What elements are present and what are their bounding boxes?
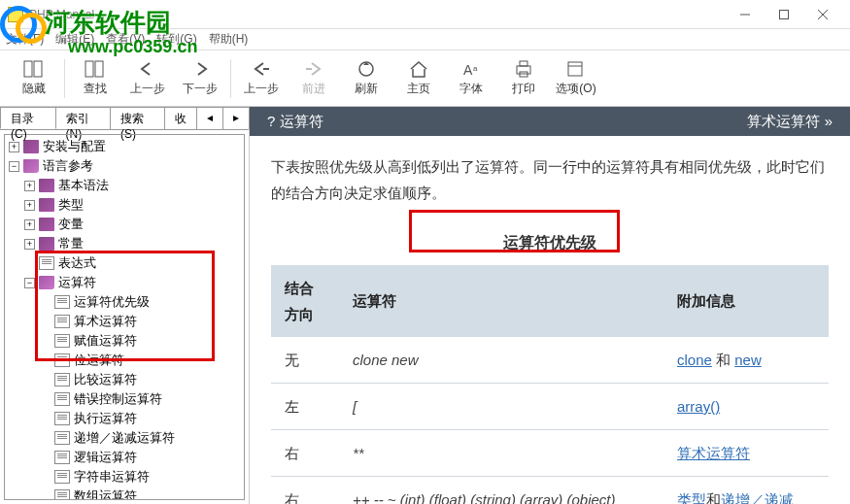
tree-item-incdec[interactable]: 递增／递减运算符 <box>7 428 242 448</box>
menu-view[interactable]: 查看(V) <box>106 31 145 48</box>
sidebar-tabs: 目录(C) 索引(N) 搜索(S) 收 ◂ ▸ <box>0 107 249 130</box>
tree-item-string[interactable]: 字符串运算符 <box>7 467 242 487</box>
tree-item-array-op[interactable]: 数组运算符 <box>7 487 242 500</box>
precedence-table: 结合方向 运算符 附加信息 无clone newclone 和 new左[arr… <box>271 265 829 504</box>
svg-text:A: A <box>463 62 473 78</box>
page-icon <box>54 489 70 500</box>
sidebar: 目录(C) 索引(N) 搜索(S) 收 ◂ ▸ +安装与配置 −语言参考 +基本… <box>0 107 250 504</box>
nav-tree[interactable]: +安装与配置 −语言参考 +基本语法 +类型 +变量 +常量 表达式 −运算符 … <box>4 134 245 500</box>
svg-rect-4 <box>24 61 32 77</box>
watermark-logo <box>0 3 49 51</box>
menubar: 文件(F) 编辑(E) 查看(V) 转到(G) 帮助(H) <box>0 29 850 50</box>
tab-search[interactable]: 搜索(S) <box>110 107 165 129</box>
content-body[interactable]: 下表按照优先级从高到低列出了运算符。同一行中的运算符具有相同优先级，此时它们的结… <box>250 136 850 504</box>
page-icon <box>54 451 70 464</box>
tree-item-assignment[interactable]: 赋值运算符 <box>7 331 242 351</box>
book-closed-icon <box>39 179 54 192</box>
tab-contents[interactable]: 目录(C) <box>0 107 56 129</box>
tree-item-constants[interactable]: +常量 <box>7 234 242 253</box>
titlebar: PHP Manual <box>0 0 850 29</box>
svg-rect-7 <box>95 61 103 77</box>
tree-item-arithmetic[interactable]: 算术运算符 <box>7 312 242 331</box>
info-link[interactable]: 递增／递减 <box>721 491 794 504</box>
tree-item-comparison[interactable]: 比较运算符 <box>7 370 242 389</box>
tree-item-logical[interactable]: 逻辑运算符 <box>7 448 242 467</box>
tree-item-variables[interactable]: +变量 <box>7 215 242 234</box>
svg-rect-12 <box>520 61 527 66</box>
content-pane: ? 运算符 算术运算符 » 下表按照优先级从高到低列出了运算符。同一行中的运算符… <box>250 107 850 504</box>
page-icon <box>54 295 70 309</box>
cell-assoc: 右 <box>271 429 339 476</box>
tree-item-precedence[interactable]: 运算符优先级 <box>7 292 242 312</box>
page-icon <box>54 334 70 348</box>
menu-goto[interactable]: 转到(G) <box>156 31 196 48</box>
hide-button[interactable]: 隐藏 <box>8 53 60 104</box>
options-button[interactable]: 选项(O) <box>550 53 602 104</box>
svg-rect-11 <box>517 66 530 74</box>
book-open-icon <box>23 159 39 173</box>
page-icon <box>54 392 70 406</box>
cell-assoc: 无 <box>271 337 339 384</box>
th-operator: 运算符 <box>339 265 663 337</box>
info-link[interactable]: 类型 <box>677 491 706 504</box>
forward2-button: 前进 <box>288 53 340 104</box>
menu-help[interactable]: 帮助(H) <box>209 31 249 48</box>
page-icon <box>54 353 70 367</box>
menu-edit[interactable]: 编辑(E) <box>55 31 94 48</box>
cell-operator: ** <box>339 429 663 476</box>
maximize-button[interactable] <box>765 1 803 28</box>
content-header: ? 运算符 算术运算符 » <box>250 107 850 136</box>
print-button[interactable]: 打印 <box>497 53 550 104</box>
svg-rect-1 <box>780 10 789 18</box>
tree-item-langref[interactable]: −语言参考 <box>7 156 242 176</box>
minimize-button[interactable] <box>726 1 765 28</box>
tree-item-execution[interactable]: 执行运算符 <box>7 409 242 428</box>
intro-text: 下表按照优先级从高到低列出了运算符。同一行中的运算符具有相同优先级，此时它们的结… <box>271 153 829 206</box>
tab-index[interactable]: 索引(N) <box>55 107 112 129</box>
breadcrumb-next[interactable]: 算术运算符 » <box>747 113 833 131</box>
info-link[interactable]: clone <box>677 352 712 368</box>
table-row: 左[array() <box>271 383 829 429</box>
back2-button[interactable]: 上一步 <box>235 53 288 104</box>
info-link[interactable]: 算术运算符 <box>677 445 750 461</box>
tree-item-types[interactable]: +类型 <box>7 195 242 215</box>
home-button[interactable]: 主页 <box>392 53 445 104</box>
tree-item-errorctrl[interactable]: 错误控制运算符 <box>7 389 242 409</box>
th-assoc: 结合方向 <box>271 265 339 337</box>
cell-assoc: 右 <box>271 476 339 504</box>
tab-scroll-left[interactable]: ◂ <box>196 107 223 129</box>
table-row: 右++ -- ~ (int) (float) (string) (array) … <box>271 476 829 504</box>
info-link[interactable]: array() <box>677 398 720 415</box>
book-open-icon <box>39 276 54 289</box>
close-button[interactable] <box>803 1 842 28</box>
cell-info: 算术运算符 <box>663 429 829 476</box>
cell-operator: [ <box>339 383 663 429</box>
svg-rect-5 <box>34 61 42 77</box>
cell-operator: clone new <box>339 337 663 384</box>
tab-scroll-right[interactable]: ▸ <box>222 107 250 129</box>
svg-text:a: a <box>473 64 478 73</box>
tab-favorites[interactable]: 收 <box>164 107 197 129</box>
page-icon <box>54 470 70 484</box>
page-icon <box>39 256 54 270</box>
book-closed-icon <box>39 198 54 212</box>
tree-item-install[interactable]: +安装与配置 <box>7 137 242 156</box>
toolbar: 隐藏 查找 上一步 下一步 上一步 前进 刷新 主页 Aa字体 打印 选项(O) <box>0 50 850 107</box>
window-title: PHP Manual <box>29 8 726 21</box>
tree-item-expressions[interactable]: 表达式 <box>7 253 242 273</box>
breadcrumb-prev[interactable]: ? 运算符 <box>267 113 323 131</box>
back-button[interactable]: 上一步 <box>121 53 174 104</box>
font-button[interactable]: Aa字体 <box>445 53 497 104</box>
tree-item-bitwise[interactable]: 位运算符 <box>7 351 242 370</box>
find-button[interactable]: 查找 <box>69 53 121 104</box>
refresh-button[interactable]: 刷新 <box>340 53 392 104</box>
info-link[interactable]: new <box>734 352 762 368</box>
book-closed-icon <box>39 237 54 251</box>
tree-item-syntax[interactable]: +基本语法 <box>7 176 242 195</box>
forward-button[interactable]: 下一步 <box>174 53 226 104</box>
table-title: 运算符优先级 <box>271 221 829 265</box>
tree-item-operators[interactable]: −运算符 <box>7 273 242 292</box>
svg-rect-6 <box>85 61 93 77</box>
cell-operator: ++ -- ~ (int) (float) (string) (array) (… <box>339 476 663 504</box>
svg-rect-14 <box>568 62 582 76</box>
